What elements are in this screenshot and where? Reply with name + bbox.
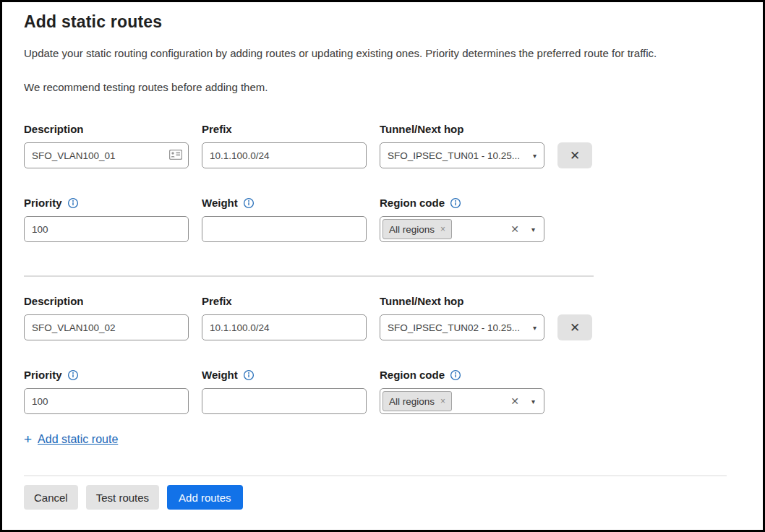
region-label-text: Region code bbox=[380, 196, 445, 210]
tunnel-selected-value: SFO_IPSEC_TUN01 - 10.25... bbox=[388, 150, 520, 161]
field-weight-2: Weight bbox=[202, 368, 367, 414]
info-icon[interactable] bbox=[67, 197, 79, 209]
field-priority-1: Priority bbox=[24, 196, 189, 242]
region-multiselect-2[interactable]: All regions × ✕ ▾ bbox=[380, 388, 544, 414]
dialog-description: Update your static routing configuration… bbox=[24, 47, 741, 59]
region-multiselect-1[interactable]: All regions × ✕ ▾ bbox=[380, 216, 544, 242]
region-label: Region code bbox=[380, 196, 544, 210]
weight-label: Weight bbox=[202, 368, 367, 382]
field-priority-2: Priority bbox=[24, 368, 189, 414]
chip-remove-icon[interactable]: × bbox=[440, 396, 445, 406]
chevron-down-icon[interactable]: ▾ bbox=[531, 398, 535, 406]
region-chip: All regions × bbox=[382, 391, 452, 411]
priority-input-2[interactable] bbox=[24, 388, 189, 414]
clear-selection-icon[interactable]: ✕ bbox=[510, 223, 519, 235]
remove-route-button-1[interactable]: ✕ bbox=[557, 142, 592, 168]
priority-input-1[interactable] bbox=[24, 216, 189, 242]
description-label: Description bbox=[24, 294, 189, 309]
priority-label: Priority bbox=[24, 368, 189, 382]
field-tunnel-2: Tunnel/Next hop SFO_IPSEC_TUN02 - 10.25.… bbox=[380, 294, 544, 340]
field-description-1: Description bbox=[24, 122, 189, 168]
tunnel-select-2[interactable]: SFO_IPSEC_TUN02 - 10.25... ▾ bbox=[380, 314, 544, 340]
weight-label-text: Weight bbox=[202, 196, 238, 210]
footer-divider bbox=[24, 475, 727, 476]
chip-remove-icon[interactable]: × bbox=[440, 224, 445, 234]
description-input-1[interactable] bbox=[24, 142, 189, 168]
weight-input-2[interactable] bbox=[202, 388, 367, 414]
add-static-route-row: + Add static route bbox=[24, 432, 741, 447]
description-label: Description bbox=[24, 122, 189, 137]
region-chip-label: All regions bbox=[389, 224, 435, 235]
plus-icon: + bbox=[24, 432, 32, 447]
tunnel-selected-value: SFO_IPSEC_TUN02 - 10.25... bbox=[388, 322, 520, 333]
region-label: Region code bbox=[380, 368, 544, 382]
info-icon[interactable] bbox=[243, 369, 255, 381]
field-prefix-2: Prefix bbox=[202, 294, 367, 340]
info-icon[interactable] bbox=[450, 197, 461, 209]
field-description-2: Description bbox=[24, 294, 189, 340]
chevron-down-icon: ▾ bbox=[533, 324, 537, 332]
weight-label: Weight bbox=[202, 196, 367, 210]
route-group-2: Description Prefix Tunnel/Next hop SFO_I… bbox=[24, 294, 741, 414]
field-region-2: Region code All regions × bbox=[380, 368, 544, 414]
footer-actions: Cancel Test routes Add routes bbox=[2, 485, 763, 510]
test-routes-button[interactable]: Test routes bbox=[86, 485, 159, 510]
route-group-1: Description bbox=[24, 122, 741, 242]
priority-label: Priority bbox=[24, 196, 189, 210]
prefix-input-2[interactable] bbox=[202, 314, 367, 340]
field-region-1: Region code All regions × bbox=[380, 196, 544, 242]
page-title: Add static routes bbox=[24, 2, 741, 32]
prefix-input-1[interactable] bbox=[202, 142, 367, 168]
description-input-2[interactable] bbox=[24, 314, 189, 340]
weight-label-text: Weight bbox=[202, 368, 238, 382]
info-icon[interactable] bbox=[243, 197, 255, 209]
tunnel-label: Tunnel/Next hop bbox=[380, 294, 544, 309]
field-weight-1: Weight bbox=[202, 196, 367, 242]
info-icon[interactable] bbox=[67, 369, 79, 381]
priority-label-text: Priority bbox=[24, 368, 62, 382]
remove-route-button-2[interactable]: ✕ bbox=[557, 314, 592, 340]
cancel-button[interactable]: Cancel bbox=[24, 485, 78, 510]
add-static-route-link[interactable]: Add static route bbox=[38, 433, 118, 446]
dialog-note: We recommend testing routes before addin… bbox=[24, 81, 741, 93]
route-divider bbox=[24, 275, 594, 277]
add-routes-button[interactable]: Add routes bbox=[167, 485, 243, 510]
priority-label-text: Priority bbox=[24, 196, 62, 210]
routes-form: Description bbox=[24, 122, 741, 447]
field-tunnel-1: Tunnel/Next hop SFO_IPSEC_TUN01 - 10.25.… bbox=[380, 122, 544, 168]
chevron-down-icon[interactable]: ▾ bbox=[531, 226, 535, 233]
clear-selection-icon[interactable]: ✕ bbox=[510, 395, 519, 407]
prefix-label: Prefix bbox=[202, 294, 367, 309]
region-label-text: Region code bbox=[380, 368, 445, 382]
field-prefix-1: Prefix bbox=[202, 122, 367, 168]
region-chip-label: All regions bbox=[389, 396, 435, 407]
weight-input-1[interactable] bbox=[202, 216, 367, 242]
info-icon[interactable] bbox=[450, 369, 461, 381]
chevron-down-icon: ▾ bbox=[533, 152, 537, 160]
prefix-label: Prefix bbox=[202, 122, 367, 137]
region-chip: All regions × bbox=[382, 219, 452, 239]
tunnel-label: Tunnel/Next hop bbox=[380, 122, 544, 137]
add-static-routes-dialog: Add static routes Update your static rou… bbox=[0, 0, 765, 532]
tunnel-select-1[interactable]: SFO_IPSEC_TUN01 - 10.25... ▾ bbox=[380, 142, 544, 168]
